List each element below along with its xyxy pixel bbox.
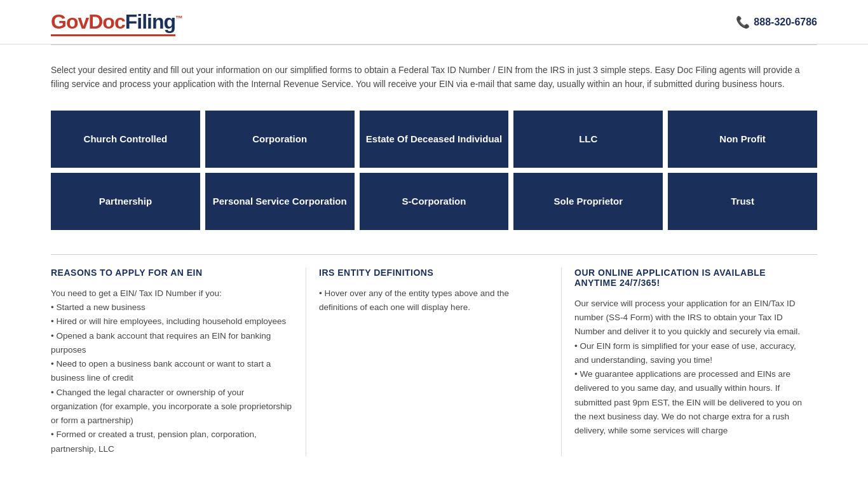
entity-s-corporation[interactable]: S-Corporation	[360, 173, 509, 230]
header: GovDocFiling™ 📞 888-320-6786	[0, 0, 868, 44]
info-section: REASONS TO APPLY FOR AN EIN You need to …	[0, 268, 868, 482]
entity-row-2: Partnership Personal Service Corporation…	[51, 173, 817, 230]
entity-row-1: Church Controlled Corporation Estate Of …	[51, 111, 817, 168]
reasons-text: You need to get a EIN/ Tax ID Number if …	[51, 287, 293, 456]
logo-text: GovDocFiling™	[51, 10, 182, 33]
intro-section: Select your desired entity and fill out …	[0, 45, 868, 104]
logo-govdoc: GovDocFiling	[51, 10, 175, 36]
logo-tm: ™	[175, 14, 182, 23]
definitions-column: IRS ENTITY DEFINITIONS • Hover over any …	[306, 268, 562, 456]
intro-text: Select your desired entity and fill out …	[51, 63, 817, 92]
definitions-text: • Hover over any of the entity types abo…	[319, 287, 548, 315]
reasons-column: REASONS TO APPLY FOR AN EIN You need to …	[51, 268, 306, 456]
logo: GovDocFiling™	[51, 10, 182, 34]
entity-section: Church Controlled Corporation Estate Of …	[0, 104, 868, 248]
entity-estate[interactable]: Estate Of Deceased Individual	[360, 111, 509, 168]
reasons-title: REASONS TO APPLY FOR AN EIN	[51, 268, 293, 278]
entity-church-controlled[interactable]: Church Controlled	[51, 111, 200, 168]
entity-sole-proprietor[interactable]: Sole Proprietor	[513, 173, 663, 230]
phone-area[interactable]: 📞 888-320-6786	[736, 15, 817, 29]
entity-partnership[interactable]: Partnership	[51, 173, 200, 230]
online-title: OUR ONLINE APPLICATION IS AVAILABLE ANYT…	[574, 268, 804, 288]
phone-icon: 📞	[736, 15, 750, 29]
entity-corporation[interactable]: Corporation	[205, 111, 355, 168]
entity-trust[interactable]: Trust	[668, 173, 817, 230]
phone-number: 888-320-6786	[754, 17, 817, 28]
entity-non-profit[interactable]: Non Profit	[668, 111, 817, 168]
online-column: OUR ONLINE APPLICATION IS AVAILABLE ANYT…	[562, 268, 817, 456]
entity-llc[interactable]: LLC	[513, 111, 663, 168]
online-text: Our service will process your applicatio…	[574, 297, 804, 438]
definitions-title: IRS ENTITY DEFINITIONS	[319, 268, 548, 278]
entity-personal-service-corp[interactable]: Personal Service Corporation	[205, 173, 355, 230]
bottom-divider	[51, 254, 817, 255]
